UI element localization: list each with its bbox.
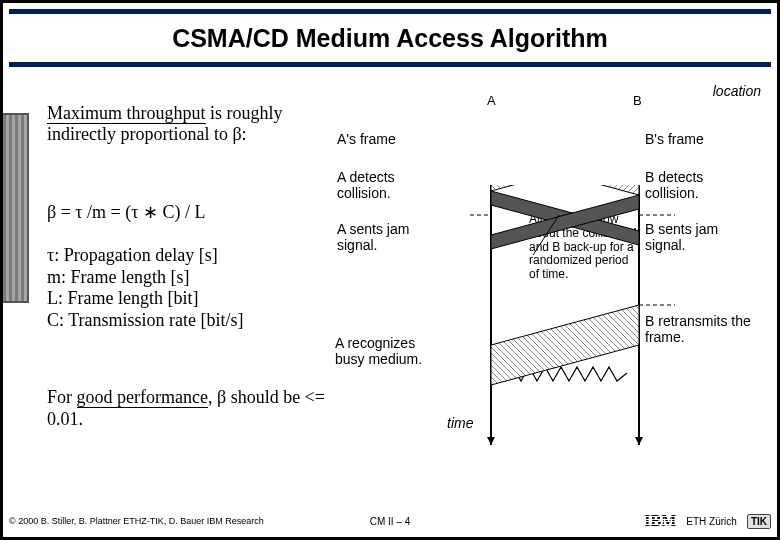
perf-underline: good performance [77,387,208,408]
svg-marker-9 [491,185,639,195]
slide: CSMA/CD Medium Access Algorithm Maximum … [0,0,780,540]
slide-title: CSMA/CD Medium Access Algorithm [172,24,608,53]
beta-formula: β = τ /m = (τ ∗ C) / L [47,201,347,223]
symbol-legend: τ: Propagation delay [s] m: Frame length… [47,245,367,331]
label-a-frame: A's frame [337,131,427,147]
legend-tau: τ: Propagation delay [s] [47,245,367,267]
footer-copyright: © 2000 B. Stiller, B. Plattner ETHZ-TIK,… [9,516,644,526]
legend-C: C: Transmission rate [bit/s] [47,310,367,332]
diagram-svg [467,185,675,515]
label-a-detects: A detects collision. [337,169,427,201]
node-b-label: B [633,93,642,108]
footer-logos: IBM ETH Zürich TIK [644,512,771,530]
svg-marker-25 [487,437,495,445]
ibm-logo: IBM [644,512,676,530]
label-a-jam: A sents jam signal. [337,221,437,253]
label-a-busy: A recognizes busy medium. [335,335,445,367]
content-area: Maximum throughput is roughly indirectly… [47,103,761,497]
eth-text: ETH Zürich [686,516,737,527]
label-b-frame: B's frame [645,131,745,147]
node-a-label: A [487,93,496,108]
footer: © 2000 B. Stiller, B. Plattner ETHZ-TIK,… [9,509,771,533]
footer-pageno: CM II – 4 [370,516,411,527]
perf-pre: For [47,387,77,407]
side-decoration [3,113,29,303]
label-location: location [713,83,761,99]
svg-marker-26 [635,437,643,445]
performance-paragraph: For good performance, β should be <= 0.0… [47,387,327,430]
underline-term: Maximum throughput [47,103,206,124]
tik-logo: TIK [747,514,771,529]
legend-m: m: Frame length [s] [47,267,367,289]
throughput-paragraph: Maximum throughput is roughly indirectly… [47,103,337,145]
collision-diagram: A B [467,185,675,515]
legend-L: L: Frame length [bit] [47,288,367,310]
title-bar: CSMA/CD Medium Access Algorithm [9,9,771,67]
